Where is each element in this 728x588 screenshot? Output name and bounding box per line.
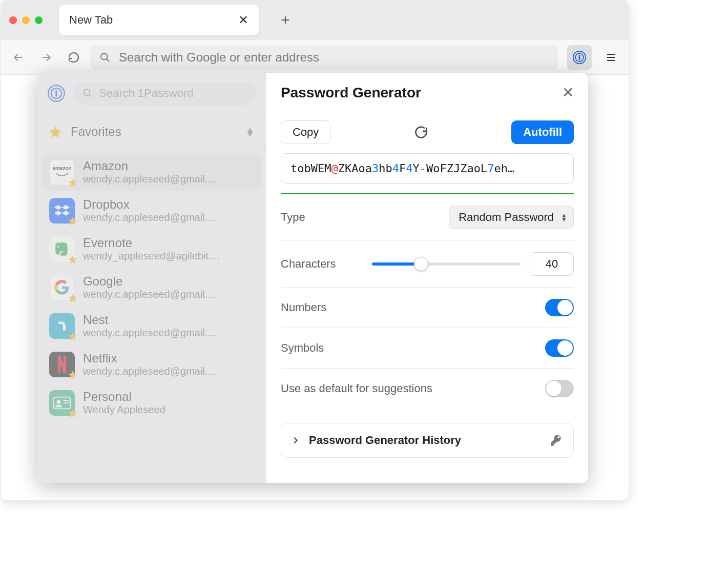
window-maximize-button[interactable] [35,16,43,24]
numbers-toggle[interactable] [545,299,574,316]
history-button[interactable]: Password Generator History [281,423,574,458]
type-row: Type Random Password ▲▼ [281,194,574,241]
item-title: Dropbox [83,197,216,212]
default-suggestions-toggle[interactable] [545,380,574,397]
characters-value: 40 [546,257,558,271]
item-text: Googlewendy.c.appleseed@gmail.... [83,274,216,300]
favorites-header[interactable]: Favorites ▲▼ [37,114,266,150]
favorites-label: Favorites [71,125,121,139]
characters-input[interactable]: 40 [530,252,574,276]
favorite-star-icon [68,331,78,341]
characters-label: Characters [281,257,336,271]
back-button[interactable] [7,46,30,69]
onepassword-logo-icon[interactable] [47,84,66,103]
chevron-right-icon [292,436,300,444]
item-title: Google [83,274,216,289]
password-generator-panel: Password Generator ✕ Copy Autofill tobWE… [266,73,588,483]
identity-icon [49,390,75,416]
item-text: Netflixwendy.c.appleseed@gmail.... [83,351,216,377]
nav-toolbar: Search with Google or enter address [1,40,629,75]
slider-handle[interactable] [414,257,428,271]
window-minimize-button[interactable] [22,16,30,24]
item-title: Netflix [83,351,216,366]
item-subtitle: wendy.c.appleseed@gmail.... [83,327,216,339]
address-bar[interactable]: Search with Google or enter address [90,45,558,70]
default-suggestions-row: Use as default for suggestions [281,369,574,409]
item-subtitle: wendy.c.appleseed@gmail.... [83,289,216,300]
copy-label: Copy [293,126,319,139]
forward-button[interactable] [35,46,57,69]
key-icon [550,434,563,447]
window-close-button[interactable] [9,16,17,24]
item-text: Amazonwendy.c.appleseed@gmail.... [83,159,216,185]
list-item[interactable]: Evernotewendy_appleseed@agilebit.... [42,230,261,268]
browser-menu-button[interactable] [600,46,622,69]
list-item[interactable]: PersonalWendy Appleseed [42,383,261,422]
favorite-star-icon [68,254,78,265]
onepassword-icon [572,50,587,65]
browser-window: New Tab ✕ Search with Google or enter ad… [1,0,629,500]
type-select[interactable]: Random Password ▲▼ [449,206,574,229]
item-subtitle: wendy.c.appleseed@gmail.... [83,212,216,224]
svg-point-9 [57,400,61,404]
autofill-label: Autofill [523,126,562,139]
close-tab-icon[interactable]: ✕ [238,13,248,27]
list-item[interactable]: amazonAmazonwendy.c.appleseed@gmail.... [42,153,261,191]
characters-slider[interactable] [372,262,521,266]
browser-tab[interactable]: New Tab ✕ [59,5,259,35]
generated-password-field[interactable]: tobWEM@ZKAoa3hb4F4Y-WoFZJZaoL7eh… [281,153,574,184]
hamburger-icon [605,51,617,64]
refresh-icon [68,51,80,64]
amazon-icon: amazon [49,159,75,185]
new-tab-button[interactable] [275,10,296,30]
favorite-star-icon [68,370,78,380]
onepassword-extension-button[interactable] [567,45,592,70]
list-item[interactable]: Nestwendy.c.appleseed@gmail.... [42,307,261,345]
item-subtitle: wendy.c.appleseed@gmail.... [83,366,216,377]
symbols-label: Symbols [281,341,324,355]
google-icon [49,275,75,300]
item-subtitle: wendy.c.appleseed@gmail.... [83,173,216,185]
search-icon [82,88,93,98]
item-list: amazonAmazonwendy.c.appleseed@gmail....D… [37,150,266,425]
star-icon [48,125,63,139]
autofill-button[interactable]: Autofill [511,120,574,144]
history-label: Password Generator History [309,434,461,447]
symbols-row: Symbols [281,328,574,369]
search-input[interactable]: Search 1Password [74,82,256,105]
netflix-icon [49,352,75,377]
symbols-toggle[interactable] [545,339,574,357]
list-item[interactable]: Netflixwendy.c.appleseed@gmail.... [42,345,261,383]
list-item[interactable]: Dropboxwendy.c.appleseed@gmail.... [42,191,261,230]
updown-icon: ▲▼ [561,213,567,221]
popup-left-header: Search 1Password [37,73,266,114]
arrow-right-icon [39,51,53,64]
regenerate-button[interactable] [411,122,431,143]
window-controls [9,16,43,24]
svg-rect-10 [64,400,69,401]
list-item[interactable]: Googlewendy.c.appleseed@gmail.... [42,268,261,307]
plus-icon [280,14,291,26]
item-title: Personal [83,390,165,404]
svg-point-0 [101,53,108,59]
sort-toggle-icon[interactable]: ▲▼ [245,128,255,136]
arrow-left-icon [12,51,25,64]
numbers-label: Numbers [281,301,326,314]
close-generator-button[interactable]: ✕ [562,84,574,101]
search-icon [99,52,111,63]
favorite-star-icon [68,408,78,418]
favorite-star-icon [68,177,78,188]
numbers-row: Numbers [281,288,574,328]
item-text: PersonalWendy Appleseed [83,390,165,416]
svg-rect-6 [55,90,57,97]
item-subtitle: wendy_appleseed@agilebit.... [83,250,220,262]
tab-title: New Tab [69,13,113,27]
svg-point-7 [84,90,90,96]
svg-rect-11 [64,402,69,403]
item-title: Nest [83,313,216,327]
item-list-panel: Search 1Password Favorites ▲▼ amazonAmaz… [37,73,266,483]
reload-button[interactable] [63,46,85,69]
type-value: Random Password [459,211,554,224]
item-title: Evernote [83,236,220,250]
copy-button[interactable]: Copy [281,120,330,144]
